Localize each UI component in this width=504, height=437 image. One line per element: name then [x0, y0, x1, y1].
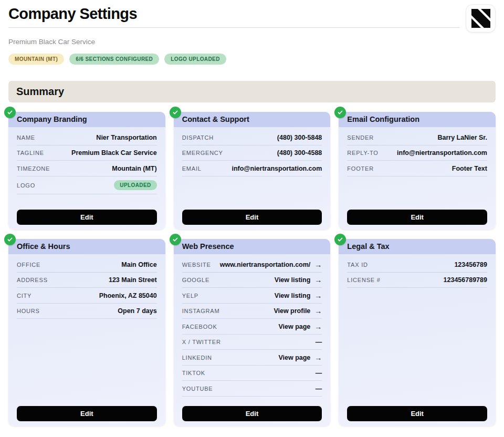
card-email-configuration: Email Configuration SENDER Barry LaNier … — [339, 112, 496, 230]
card-title: Contact & Support — [174, 112, 331, 127]
field-label: EMERGENCY — [182, 150, 223, 156]
card-office-hours: Office & Hours OFFICE Main Office ADDRES… — [8, 239, 165, 426]
field-row-office: OFFICE Main Office — [17, 257, 157, 273]
field-label: YELP — [182, 293, 198, 299]
field-label: NAME — [17, 134, 35, 141]
field-row-emergency: EMERGENCY (480) 300-4588 — [182, 145, 322, 161]
field-row-google: GOOGLE View listing → — [182, 273, 322, 288]
uploaded-status-badge: UPLOADED — [114, 180, 156, 190]
field-row-tiktok: TIKTOK — — [182, 366, 322, 381]
card-legal-tax: Legal & Tax TAX ID 123456789 LICENSE # 1… — [339, 239, 496, 426]
field-label: SENDER — [347, 134, 374, 141]
field-row-linkedin: LINKEDIN View page → — [182, 350, 322, 366]
field-row-instagram: INSTAGRAM View profile → — [182, 304, 322, 319]
field-value: Phoenix, AZ 85040 — [99, 292, 157, 299]
field-row-facebook: FACEBOOK View page → — [182, 319, 322, 335]
field-label: X / TWITTER — [182, 339, 221, 345]
field-row-address: ADDRESS 123 Main Street — [17, 273, 157, 288]
field-value: Footer Text — [452, 165, 487, 172]
field-label: FOOTER — [347, 165, 374, 172]
field-label: GOOGLE — [182, 277, 209, 283]
title-divider — [8, 27, 459, 28]
field-label: TIKTOK — [182, 370, 205, 376]
card-title: Legal & Tax — [339, 239, 496, 254]
instagram-profile-link[interactable]: View profile → — [274, 307, 322, 315]
field-label: YOUTUBE — [182, 386, 213, 392]
field-value: Nier Transportation — [96, 134, 156, 141]
field-row-hours: HOURS Open 7 days — [17, 304, 157, 319]
edit-button[interactable]: Edit — [347, 406, 487, 421]
field-value: (480) 300-4588 — [277, 149, 322, 157]
field-label: TIMEZONE — [17, 165, 50, 172]
arrow-right-icon: → — [314, 292, 322, 299]
field-label: LICENSE # — [347, 277, 380, 283]
check-icon — [4, 107, 16, 118]
page-title: Company Settings — [8, 0, 459, 23]
card-rows: NAME Nier Transportation TAGLINE Premium… — [8, 127, 165, 194]
arrow-right-icon: → — [314, 307, 322, 315]
field-row-city: CITY Phoenix, AZ 85040 — [17, 288, 157, 304]
field-label: DISPATCH — [182, 134, 214, 141]
yelp-listing-link[interactable]: View listing → — [275, 292, 322, 299]
link-text: View listing — [275, 292, 311, 299]
edit-button[interactable]: Edit — [17, 406, 157, 421]
link-text: View page — [278, 323, 310, 330]
n-mark-icon — [471, 9, 490, 28]
field-row-yelp: YELP View listing → — [182, 288, 322, 304]
field-label: HOURS — [17, 308, 40, 314]
google-listing-link[interactable]: View listing → — [275, 276, 322, 284]
field-row-x-twitter: X / TWITTER — — [182, 335, 322, 350]
link-text: View page — [278, 354, 310, 361]
field-label: LOGO — [17, 182, 35, 189]
edit-button[interactable]: Edit — [17, 210, 157, 225]
page-header: Company Settings Premium Black Car Servi… — [8, 0, 496, 65]
field-row-reply-to: REPLY-TO info@niertransportation.com — [347, 145, 487, 161]
field-row-name: NAME Nier Transportation — [17, 130, 157, 145]
card-web-presence: Web Presence WEBSITE www.niertransportat… — [174, 239, 331, 426]
field-value: Premium Black Car Service — [71, 149, 157, 157]
field-label: REPLY-TO — [347, 150, 378, 156]
card-rows: DISPATCH (480) 300-5848 EMERGENCY (480) … — [174, 127, 331, 176]
field-row-youtube: YOUTUBE — — [182, 381, 322, 397]
empty-dash: — — [316, 338, 322, 346]
field-value: 123456789789 — [444, 276, 487, 284]
website-link[interactable]: www.niertransportation.com/ → — [220, 261, 322, 268]
field-value: Barry LaNier Sr. — [437, 134, 487, 141]
header-left: Company Settings Premium Black Car Servi… — [8, 0, 459, 65]
card-rows: SENDER Barry LaNier Sr. REPLY-TO info@ni… — [339, 127, 496, 176]
link-text: www.niertransportation.com/ — [220, 261, 310, 268]
empty-dash: — — [316, 385, 322, 392]
linkedin-page-link[interactable]: View page → — [278, 354, 322, 361]
field-row-tax-id: TAX ID 123456789 — [347, 257, 487, 273]
facebook-page-link[interactable]: View page → — [278, 323, 322, 330]
link-text: View profile — [274, 307, 310, 315]
field-label: FACEBOOK — [182, 324, 217, 330]
field-label: EMAIL — [182, 165, 202, 172]
field-label: TAGLINE — [17, 150, 44, 156]
card-title: Web Presence — [174, 239, 331, 254]
field-row-dispatch: DISPATCH (480) 300-5848 — [182, 130, 322, 145]
card-contact-support: Contact & Support DISPATCH (480) 300-584… — [174, 112, 331, 230]
summary-section-header: Summary — [8, 81, 496, 102]
field-value: 123456789 — [454, 261, 487, 268]
field-row-sender: SENDER Barry LaNier Sr. — [347, 130, 487, 145]
arrow-right-icon: → — [314, 323, 322, 330]
arrow-right-icon: → — [314, 261, 322, 268]
field-value: info@niertransportation.com — [232, 165, 322, 172]
field-value: Mountain (MT) — [112, 165, 156, 172]
card-rows: TAX ID 123456789 LICENSE # 123456789789 — [339, 254, 496, 288]
company-logo — [466, 4, 496, 33]
field-label: CITY — [17, 293, 32, 299]
field-row-website: WEBSITE www.niertransportation.com/ → — [182, 257, 322, 273]
check-icon — [170, 107, 181, 118]
page-subtitle: Premium Black Car Service — [8, 38, 459, 46]
edit-button[interactable]: Edit — [182, 406, 322, 421]
edit-button[interactable]: Edit — [347, 210, 487, 225]
check-icon — [4, 234, 16, 245]
field-label: ADDRESS — [17, 277, 48, 283]
field-row-email: EMAIL info@niertransportation.com — [182, 161, 322, 176]
edit-button[interactable]: Edit — [182, 210, 322, 225]
badge-sections-configured: 6/6 SECTIONS CONFIGURED — [69, 54, 159, 65]
field-label: OFFICE — [17, 262, 40, 268]
field-row-footer: FOOTER Footer Text — [347, 161, 487, 176]
